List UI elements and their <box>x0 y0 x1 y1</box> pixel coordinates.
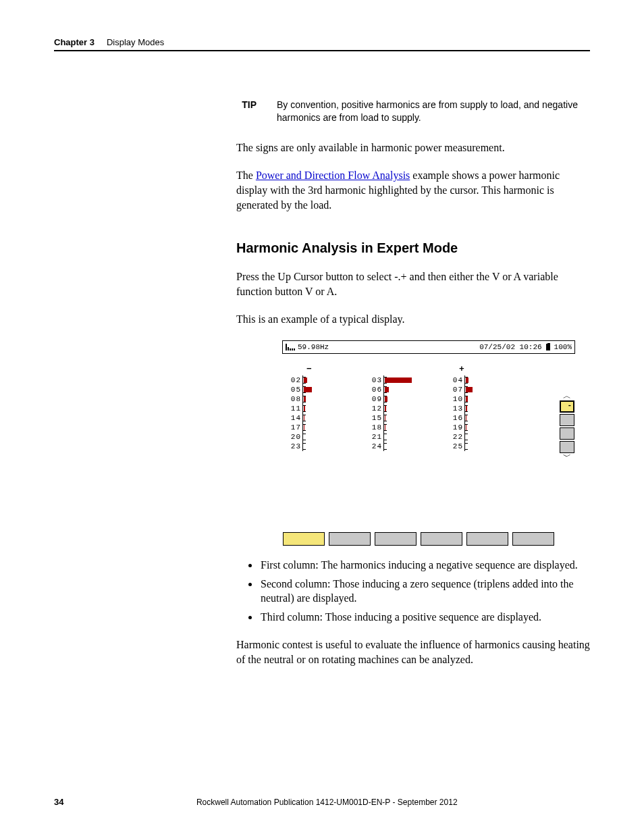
harmonic-row: 16 <box>451 413 518 423</box>
battery-icon <box>546 344 550 350</box>
harmonic-bar <box>464 394 518 404</box>
battery-value: 100% <box>554 342 572 353</box>
harmonic-row: 19 <box>451 423 518 432</box>
harmonic-row: 23 <box>289 442 356 451</box>
page-header: Chapter 3 Display Modes <box>54 37 590 51</box>
harmonic-number: 20 <box>289 432 301 442</box>
harmonic-bar <box>383 404 437 413</box>
publication-info: Rockwell Automation Publication 1412-UM0… <box>63 798 590 807</box>
link-power-direction-flow[interactable]: Power and Direction Flow Analysis <box>256 170 410 181</box>
harmonic-row: 20 <box>289 432 356 442</box>
function-button[interactable] <box>421 532 462 546</box>
signal-bars-icon <box>286 343 295 350</box>
harmonic-bar <box>383 423 437 432</box>
harmonic-row: 06 <box>370 385 437 394</box>
harmonic-number: 23 <box>289 442 301 452</box>
harmonic-number: 19 <box>451 423 463 433</box>
harmonic-number: 10 <box>451 394 463 405</box>
harmonic-row: 24 <box>370 442 437 451</box>
function-button[interactable] <box>466 532 508 546</box>
harmonic-row: 08 <box>289 394 356 404</box>
harmonic-number: 09 <box>370 394 382 405</box>
chapter-title: Display Modes <box>107 37 164 47</box>
harmonic-bar <box>464 432 518 442</box>
harmonic-row: 14 <box>289 413 356 423</box>
harmonic-bar <box>464 404 518 413</box>
function-button[interactable] <box>375 532 417 546</box>
harmonic-number: 13 <box>451 404 463 414</box>
harmonic-row: 10 <box>451 394 518 404</box>
harmonic-number: 17 <box>289 423 301 433</box>
harmonic-number: 04 <box>451 375 463 386</box>
function-button-row <box>282 532 575 546</box>
section-heading: Harmonic Analysis in Expert Mode <box>236 239 590 257</box>
page-number: 34 <box>54 797 63 807</box>
harmonic-bar <box>464 442 518 451</box>
harmonic-row: 12 <box>370 404 437 413</box>
harmonic-row: 04 <box>451 375 518 385</box>
harmonic-number: 05 <box>289 385 301 395</box>
harmonic-bar <box>302 413 356 423</box>
harmonic-column-zero: 0306091215182124 <box>370 375 437 451</box>
harmonic-bar <box>383 375 437 385</box>
harmonic-bar <box>383 442 437 451</box>
list-item: First column: The harmonics inducing a n… <box>259 558 590 573</box>
harmonic-bar <box>302 404 356 413</box>
harmonic-bar <box>302 385 356 394</box>
harmonic-number: 03 <box>370 375 382 386</box>
harmonic-bar <box>464 385 518 394</box>
paragraph: Harmonic contest is useful to evaluate t… <box>236 637 590 667</box>
list-item: Third column: Those inducing a positive … <box>259 610 590 625</box>
harmonic-bar <box>383 385 437 394</box>
chevron-up-icon: ︿ <box>563 393 571 400</box>
harmonic-number: 07 <box>451 385 463 395</box>
bullet-list: First column: The harmonics inducing a n… <box>236 558 590 624</box>
harmonic-row: 09 <box>370 394 437 404</box>
harmonic-row: 22 <box>451 432 518 442</box>
function-button[interactable] <box>283 532 325 546</box>
function-button[interactable] <box>329 532 371 546</box>
harmonic-bar <box>464 423 518 432</box>
paragraph: The Power and Direction Flow Analysis ex… <box>236 168 590 212</box>
positive-sign-label: + <box>459 363 464 375</box>
harmonic-bar <box>383 413 437 423</box>
harmonic-number: 22 <box>451 432 463 442</box>
tip-label: TIP <box>236 99 257 124</box>
harmonic-row: 13 <box>451 404 518 413</box>
harmonic-row: 03 <box>370 375 437 385</box>
side-tab[interactable] <box>560 441 574 453</box>
harmonic-number: 11 <box>289 404 301 414</box>
side-tab[interactable] <box>560 414 574 426</box>
side-tab[interactable] <box>560 427 574 440</box>
harmonic-number: 18 <box>370 423 382 433</box>
harmonic-number: 02 <box>289 375 301 386</box>
harmonic-number: 16 <box>451 413 463 423</box>
harmonic-row: 21 <box>370 432 437 442</box>
harmonic-row: 07 <box>451 385 518 394</box>
harmonic-number: 24 <box>370 442 382 452</box>
harmonic-bar <box>302 423 356 432</box>
text: The <box>236 170 256 181</box>
paragraph: Press the Up Cursor button to select -.+… <box>236 269 590 298</box>
side-tab[interactable] <box>560 400 574 413</box>
device-chart-area: − + 0205081114172023 0306091215182124 04… <box>282 363 575 505</box>
harmonic-bar <box>464 413 518 423</box>
list-item: Second column: Those inducing a zero seq… <box>259 577 590 606</box>
harmonic-number: 21 <box>370 432 382 442</box>
page-footer: 34 Rockwell Automation Publication 1412-… <box>54 797 590 807</box>
device-status-bar: 59.98Hz 07/25/02 10:26 100% <box>282 340 575 354</box>
harmonic-column-positive: 0407101316192225 <box>451 375 518 451</box>
harmonic-column-negative: 0205081114172023 <box>289 375 356 451</box>
datetime-value: 07/25/02 10:26 <box>479 342 541 353</box>
harmonic-row: 18 <box>370 423 437 432</box>
harmonic-bar <box>383 432 437 442</box>
function-button[interactable] <box>512 532 554 546</box>
harmonic-bar <box>302 375 356 385</box>
harmonic-row: 17 <box>289 423 356 432</box>
harmonic-bar <box>302 432 356 442</box>
side-tab-group: ︿ ﹀ <box>558 393 576 461</box>
chapter-label: Chapter 3 <box>54 37 95 47</box>
harmonic-number: 08 <box>289 394 301 405</box>
harmonic-bar <box>302 442 356 451</box>
device-screenshot: 59.98Hz 07/25/02 10:26 100% − + 02050811… <box>282 340 575 546</box>
